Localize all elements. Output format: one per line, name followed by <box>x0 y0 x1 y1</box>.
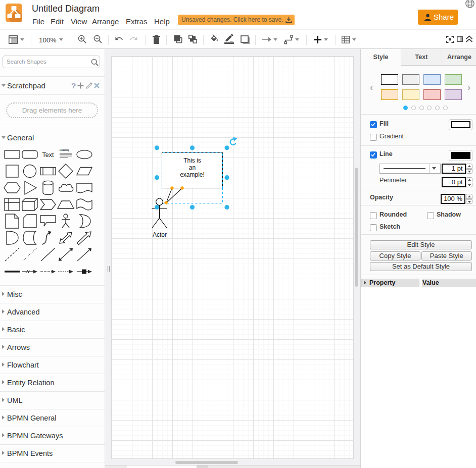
svg-text:Heading: Heading <box>60 149 69 151</box>
svg-text:Text: Text <box>42 151 54 158</box>
